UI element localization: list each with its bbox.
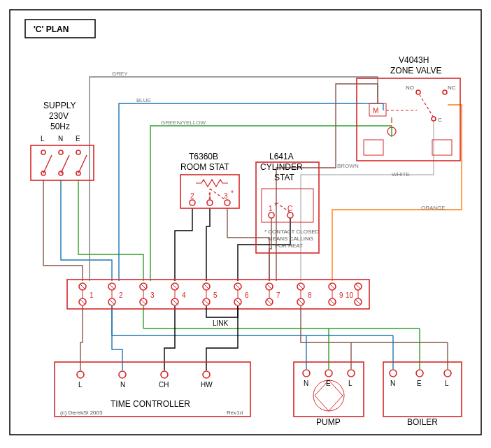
svg-point-142 bbox=[444, 370, 451, 377]
svg-point-35 bbox=[287, 212, 293, 218]
svg-text:ROOM STAT: ROOM STAT bbox=[180, 162, 229, 172]
svg-text:1: 1 bbox=[269, 205, 273, 212]
svg-point-22 bbox=[207, 200, 213, 205]
diagram-title: 'C' PLAN bbox=[34, 24, 69, 34]
svg-text:E: E bbox=[76, 135, 80, 143]
svg-text:50Hz: 50Hz bbox=[50, 122, 70, 131]
svg-text:BOILER: BOILER bbox=[407, 417, 438, 427]
svg-text:CH: CH bbox=[159, 381, 169, 389]
svg-point-49 bbox=[443, 90, 447, 94]
svg-text:10: 10 bbox=[346, 291, 354, 299]
svg-text:NC: NC bbox=[448, 85, 456, 91]
svg-point-10 bbox=[59, 150, 63, 154]
svg-text:N: N bbox=[120, 381, 125, 389]
svg-text:E: E bbox=[326, 380, 331, 387]
room-stat: T6360B ROOM STAT 2 1 3 * bbox=[180, 152, 239, 208]
wire-label-greenyellow: GREEN/YELLOW bbox=[161, 120, 206, 126]
zone-valve: V4043H ZONE VALVE M NO NC C bbox=[357, 55, 460, 161]
svg-text:STAT: STAT bbox=[274, 173, 295, 182]
wire-label-blue: BLUE bbox=[136, 97, 151, 103]
svg-text:LINK: LINK bbox=[213, 319, 229, 327]
svg-text:L: L bbox=[41, 135, 45, 143]
svg-text:ZONE VALVE: ZONE VALVE bbox=[390, 66, 442, 75]
svg-text:MEANS CALLING: MEANS CALLING bbox=[268, 236, 313, 242]
svg-point-20 bbox=[190, 200, 195, 205]
svg-text:*: * bbox=[231, 189, 234, 197]
svg-text:TIME CONTROLLER: TIME CONTROLLER bbox=[111, 399, 190, 409]
svg-point-47 bbox=[416, 90, 420, 94]
boiler: N E L BOILER bbox=[383, 362, 462, 427]
svg-point-132 bbox=[325, 370, 332, 377]
pump: N E L PUMP bbox=[294, 362, 364, 427]
svg-text:N: N bbox=[390, 380, 395, 387]
wire-label-white: WHITE bbox=[392, 171, 410, 178]
svg-text:(c) DerekSt 2003: (c) DerekSt 2003 bbox=[60, 410, 103, 416]
junction-block: 1 2 3 4 5 6 7 8 9 10 LINK bbox=[67, 280, 369, 327]
svg-point-134 bbox=[348, 370, 355, 377]
wire-label-brown: BROWN bbox=[337, 163, 359, 169]
svg-text:C: C bbox=[438, 117, 442, 123]
svg-text:V4043H: V4043H bbox=[399, 55, 429, 65]
svg-text:L: L bbox=[78, 381, 83, 389]
svg-text:E: E bbox=[417, 380, 422, 387]
svg-rect-44 bbox=[432, 140, 452, 155]
svg-rect-43 bbox=[364, 140, 383, 155]
svg-text:3: 3 bbox=[224, 192, 228, 200]
svg-text:9: 9 bbox=[339, 291, 343, 299]
svg-point-24 bbox=[225, 200, 230, 205]
svg-text:L641A: L641A bbox=[269, 152, 294, 161]
svg-text:N: N bbox=[304, 380, 308, 387]
svg-text:1: 1 bbox=[90, 291, 94, 299]
svg-line-14 bbox=[43, 155, 52, 173]
svg-text:FOR HEAT: FOR HEAT bbox=[275, 243, 303, 249]
wire-label-grey: GREY bbox=[112, 71, 128, 77]
svg-text:7: 7 bbox=[276, 291, 280, 299]
time-controller: TIME CONTROLLER L N CH HW (c) DerekSt 20… bbox=[55, 362, 250, 417]
svg-point-12 bbox=[76, 150, 80, 154]
svg-text:CYLINDER: CYLINDER bbox=[260, 162, 303, 172]
svg-text:6: 6 bbox=[245, 291, 249, 299]
svg-point-8 bbox=[41, 150, 45, 154]
svg-text:Rev1d: Rev1d bbox=[227, 410, 243, 416]
svg-point-130 bbox=[303, 370, 310, 377]
svg-point-122 bbox=[161, 371, 168, 378]
wire-label-orange: ORANGE bbox=[421, 205, 446, 211]
svg-text:2: 2 bbox=[119, 291, 123, 299]
svg-text:8: 8 bbox=[308, 291, 312, 299]
svg-text:M: M bbox=[373, 107, 378, 115]
svg-point-118 bbox=[77, 371, 84, 378]
svg-text:5: 5 bbox=[213, 291, 218, 299]
svg-text:NO: NO bbox=[406, 85, 414, 91]
svg-point-138 bbox=[390, 370, 397, 377]
svg-text:4: 4 bbox=[182, 291, 186, 299]
svg-text:T6360B: T6360B bbox=[189, 152, 218, 161]
svg-text:L: L bbox=[445, 380, 449, 387]
svg-line-16 bbox=[78, 155, 87, 173]
svg-text:230V: 230V bbox=[49, 111, 69, 121]
svg-text:HW: HW bbox=[201, 381, 213, 389]
svg-text:2: 2 bbox=[190, 192, 194, 200]
svg-point-124 bbox=[203, 371, 210, 378]
supply-block: SUPPLY 230V 50Hz L N E bbox=[31, 101, 94, 180]
svg-text:* CONTACT CLOSED: * CONTACT CLOSED bbox=[264, 229, 320, 235]
svg-text:SUPPLY: SUPPLY bbox=[43, 101, 76, 110]
svg-text:L: L bbox=[348, 380, 353, 387]
svg-text:PUMP: PUMP bbox=[316, 417, 341, 427]
svg-line-15 bbox=[61, 155, 69, 173]
wiring-diagram: 'C' PLAN GREY BLUE GREEN bbox=[0, 0, 491, 448]
svg-text:3: 3 bbox=[150, 291, 155, 299]
svg-text:N: N bbox=[58, 135, 63, 143]
svg-point-120 bbox=[119, 371, 126, 378]
svg-point-32 bbox=[269, 212, 274, 218]
svg-point-140 bbox=[416, 370, 423, 377]
